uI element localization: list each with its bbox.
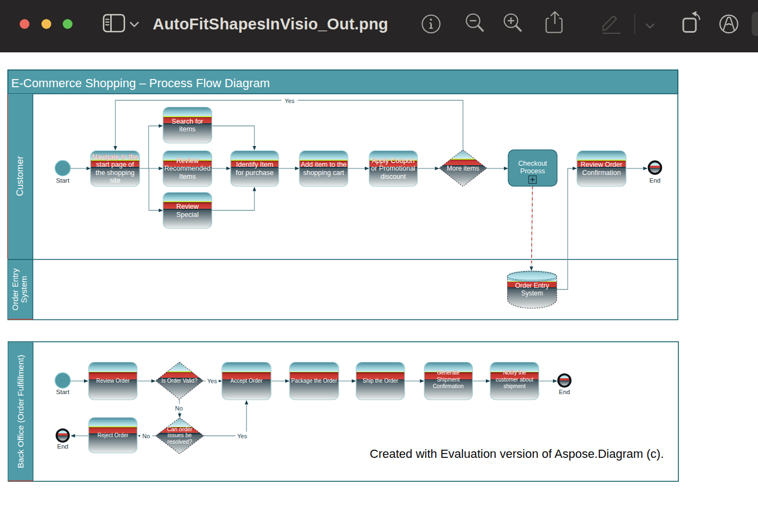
- svg-text:Back Office (Order Fulfillment: Back Office (Order Fulfillment): [16, 355, 25, 468]
- svg-text:ReviewSpecial: ReviewSpecial: [176, 203, 199, 219]
- svg-text:Package the Order: Package the Order: [291, 378, 338, 384]
- svg-text:Identify Itemfor purchase: Identify Itemfor purchase: [236, 161, 274, 177]
- svg-text:End: End: [57, 443, 68, 450]
- svg-text:No: No: [142, 433, 150, 439]
- svg-text:Order Entry: Order Entry: [10, 268, 20, 311]
- svg-text:No: No: [175, 405, 183, 412]
- svg-text:CheckoutProcess: CheckoutProcess: [518, 160, 547, 176]
- svg-text:Yes: Yes: [237, 433, 247, 439]
- svg-text:Yes: Yes: [207, 378, 217, 384]
- svg-text:System: System: [19, 276, 28, 303]
- svg-text:Created with Evaluation versio: Created with Evaluation version of Aspos…: [370, 447, 664, 461]
- svg-text:Can orderissues beresolved?: Can orderissues beresolved?: [167, 426, 192, 445]
- svg-text:Review OrderConfirmation: Review OrderConfirmation: [581, 161, 622, 177]
- svg-text:End: End: [649, 177, 660, 184]
- svg-text:More items: More items: [447, 165, 479, 172]
- svg-text:Add item to theshopping cart: Add item to theshopping cart: [300, 161, 346, 177]
- svg-text:Review Order: Review Order: [96, 378, 130, 384]
- svg-text:End: End: [559, 389, 570, 395]
- svg-text:Customer: Customer: [15, 156, 25, 196]
- svg-text:Start: Start: [56, 177, 70, 184]
- svg-text:Start: Start: [56, 389, 70, 395]
- svg-text:Yes: Yes: [285, 98, 294, 104]
- svg-text:Reject Order: Reject Order: [98, 432, 129, 438]
- svg-text:Ship the Order: Ship the Order: [363, 378, 399, 384]
- svg-text:Is Order Valid?: Is Order Valid?: [161, 378, 197, 384]
- svg-text:Accept Order: Accept Order: [231, 378, 263, 384]
- svg-text:E-Commerce Shopping – Process: E-Commerce Shopping – Process Flow Diagr…: [11, 76, 270, 90]
- svg-text:GenerateShipmentConfirmation: GenerateShipmentConfirmation: [433, 370, 464, 389]
